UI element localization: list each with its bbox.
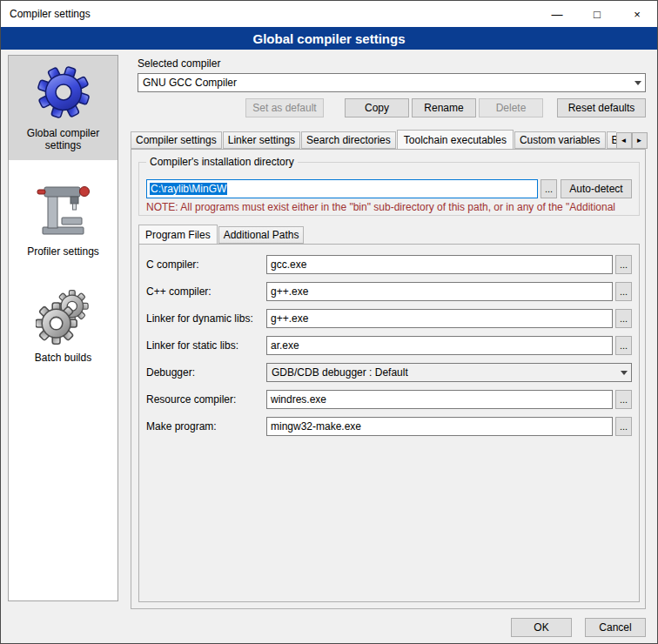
field-label: Make program: <box>146 420 266 433</box>
field-label: C compiler: <box>146 258 266 271</box>
tab-toolchain-executables[interactable]: Toolchain executables <box>397 130 514 149</box>
sidebar-item-label: Batch builds <box>22 352 105 364</box>
tab-scroll-left-button[interactable]: ◄ <box>616 132 632 149</box>
compiler-settings-window: Compiler settings — □ × Global compiler … <box>0 0 658 644</box>
form-row-cpp-compiler: C++ compiler: g++.exe ... <box>146 282 632 301</box>
minimize-icon: — <box>552 8 563 21</box>
rename-button[interactable]: Rename <box>412 98 476 117</box>
chevron-down-icon <box>616 364 631 381</box>
groupbox-title: Compiler's installation directory <box>146 156 298 168</box>
resource-compiler-input[interactable]: windres.exe <box>266 390 613 409</box>
form-row-resource-compiler: Resource compiler: windres.exe ... <box>146 390 632 409</box>
batch-builds-icon <box>36 289 91 345</box>
tab-custom-variables[interactable]: Custom variables <box>514 131 606 149</box>
tab-linker-settings[interactable]: Linker settings <box>223 131 300 149</box>
copy-button[interactable]: Copy <box>345 98 409 117</box>
sidebar-item-label: Profiler settings <box>22 245 105 258</box>
form-row-debugger: Debugger: GDB/CDB debugger : Default <box>146 363 632 382</box>
resource-compiler-browse-button[interactable]: ... <box>615 390 632 409</box>
close-icon: × <box>634 8 641 21</box>
reset-defaults-button[interactable]: Reset defaults <box>557 98 646 117</box>
compiler-action-buttons: Set as default Copy Rename Delete Reset … <box>138 98 646 117</box>
delete-button[interactable]: Delete <box>479 98 543 117</box>
chevron-down-icon <box>630 74 645 91</box>
install-dir-value: C:\raylib\MinGW <box>150 183 227 195</box>
titlebar: Compiler settings — □ × <box>1 1 657 27</box>
field-label: Debugger: <box>146 366 266 379</box>
minimize-button[interactable]: — <box>537 1 577 27</box>
ok-button[interactable]: OK <box>511 618 572 637</box>
gear-icon <box>36 64 91 120</box>
toolchain-executables-panel: Compiler's installation directory C:\ray… <box>131 149 646 609</box>
cpp-compiler-browse-button[interactable]: ... <box>615 282 632 301</box>
toolchain-note: NOTE: All programs must exist either in … <box>146 201 642 213</box>
c-compiler-input[interactable]: gcc.exe <box>266 255 613 274</box>
tab-compiler-settings[interactable]: Compiler settings <box>131 131 222 149</box>
close-button[interactable]: × <box>617 1 657 27</box>
field-label: Resource compiler: <box>146 393 266 406</box>
field-label: C++ compiler: <box>146 285 266 298</box>
program-files-panel: C compiler: gcc.exe ... C++ compiler: g+… <box>138 244 640 602</box>
tab-scroll-right-button[interactable]: ► <box>632 132 648 149</box>
make-program-input[interactable]: mingw32-make.exe <box>266 417 613 436</box>
linker-static-browse-button[interactable]: ... <box>615 336 632 355</box>
linker-static-input[interactable]: ar.exe <box>266 336 613 355</box>
window-controls: — □ × <box>537 1 657 27</box>
window-title: Compiler settings <box>1 8 91 20</box>
tab-search-directories[interactable]: Search directories <box>301 131 396 149</box>
profiler-icon <box>36 183 91 238</box>
linker-dynamic-browse-button[interactable]: ... <box>615 309 632 328</box>
form-row-c-compiler: C compiler: gcc.exe ... <box>146 255 632 274</box>
set-as-default-button[interactable]: Set as default <box>245 98 324 117</box>
tab-additional-paths[interactable]: Additional Paths <box>218 226 305 244</box>
field-label: Linker for static libs: <box>146 339 266 352</box>
field-label: Linker for dynamic libs: <box>146 312 266 325</box>
form-row-make-program: Make program: mingw32-make.exe ... <box>146 417 632 436</box>
install-dir-browse-button[interactable]: ... <box>540 179 557 198</box>
maximize-button[interactable]: □ <box>577 1 617 27</box>
selected-compiler-select[interactable]: GNU GCC Compiler <box>138 73 646 92</box>
sidebar-item-label: Global compiler settings <box>22 127 105 151</box>
install-dir-row: C:\raylib\MinGW ... Auto-detect <box>146 179 632 198</box>
tab-build-options[interactable]: Buil <box>607 131 616 149</box>
selected-compiler-label: Selected compiler <box>138 57 220 70</box>
sidebar-item-batch-builds[interactable]: Batch builds <box>9 280 118 372</box>
maximize-icon: □ <box>594 8 601 21</box>
sidebar: Global compiler settings Profiler settin… <box>8 55 118 601</box>
program-files-tabbar: Program Files Additional Paths <box>138 225 305 244</box>
debugger-select[interactable]: GDB/CDB debugger : Default <box>266 363 632 382</box>
sidebar-item-global-compiler-settings[interactable]: Global compiler settings <box>9 56 118 160</box>
cpp-compiler-input[interactable]: g++.exe <box>266 282 613 301</box>
form-row-linker-static: Linker for static libs: ar.exe ... <box>146 336 632 355</box>
c-compiler-browse-button[interactable]: ... <box>615 255 632 274</box>
tab-program-files[interactable]: Program Files <box>138 225 218 244</box>
install-dir-input[interactable]: C:\raylib\MinGW <box>146 179 538 198</box>
selected-compiler-value: GNU GCC Compiler <box>138 77 630 89</box>
tab-scroll-arrows: ◄ ► <box>616 132 648 149</box>
cancel-button[interactable]: Cancel <box>585 618 646 637</box>
dialog-header: Global compiler settings <box>1 27 657 50</box>
sidebar-item-profiler-settings[interactable]: Profiler settings <box>9 174 118 266</box>
linker-dynamic-input[interactable]: g++.exe <box>266 309 613 328</box>
auto-detect-button[interactable]: Auto-detect <box>561 179 632 198</box>
form-row-linker-dynamic: Linker for dynamic libs: g++.exe ... <box>146 309 632 328</box>
settings-tabbar: Compiler settings Linker settings Search… <box>131 130 646 149</box>
make-program-browse-button[interactable]: ... <box>615 417 632 436</box>
